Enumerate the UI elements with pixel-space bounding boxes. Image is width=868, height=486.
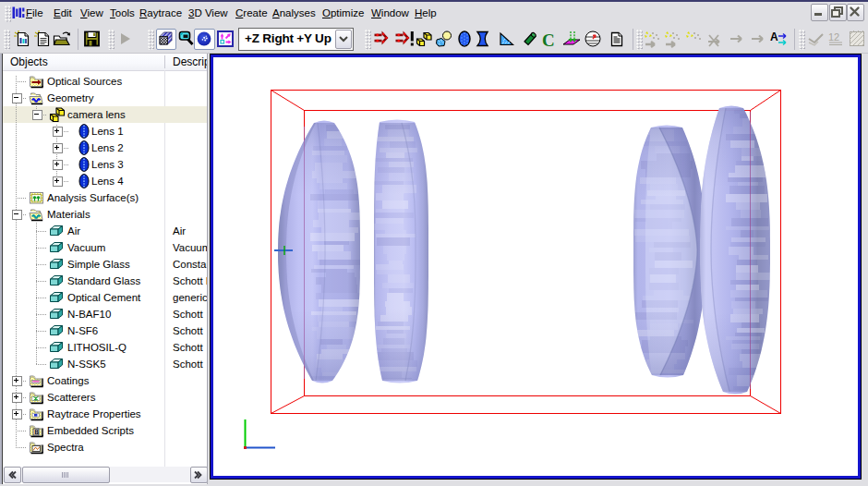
svg-text:A: A (770, 30, 778, 43)
svg-text:12: 12 (828, 31, 839, 43)
